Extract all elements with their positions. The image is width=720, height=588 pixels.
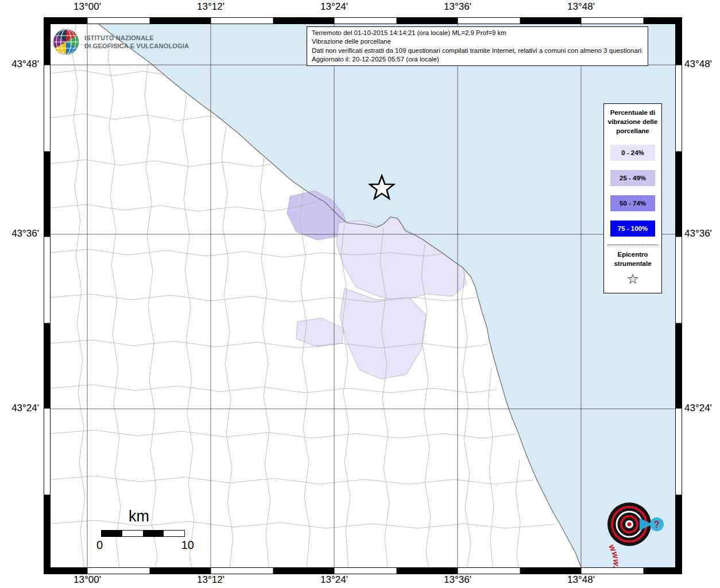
- axis-label-bottom: 13°24': [320, 574, 348, 586]
- legend-epicenter-star-icon: ☆: [607, 272, 658, 287]
- axis-label-left: 43°24': [0, 403, 39, 414]
- legend-epicenter-label: Epicentro strumentale: [607, 250, 658, 268]
- watermark-text: www.haisentitoilterremoto.it: [587, 543, 621, 567]
- legend: Percentuale di vibrazione delle porcella…: [603, 103, 662, 293]
- map-frame-right: [675, 17, 682, 574]
- axis-label-bottom: 13°12': [197, 574, 224, 586]
- question-mark: ?: [654, 520, 660, 529]
- ingv-logo: ISTITUTO NAZIONALE DI GEOFISICA E VULCAN…: [53, 29, 189, 55]
- axis-label-bottom: 13°36': [444, 574, 471, 586]
- event-info-box: Terremoto del 01-10-2015 14:14:21 (ora l…: [307, 26, 648, 66]
- scale-bar-segment: [143, 531, 164, 536]
- axis-label-left: 43°36': [0, 228, 39, 239]
- legend-item-0-24: 0 - 24%: [610, 145, 655, 161]
- legend-separator: [607, 245, 658, 245]
- axis-label-left: 43°48': [0, 59, 39, 70]
- axis-label-top: 13°12': [197, 1, 224, 13]
- legend-item-25-49: 25 - 49%: [610, 170, 655, 186]
- scale-bar-start: 0: [96, 539, 103, 552]
- ingv-name: ISTITUTO NAZIONALE DI GEOFISICA E VULCAN…: [84, 34, 189, 51]
- ingv-globe-icon: [53, 29, 79, 55]
- ingv-name-line2: DI GEOFISICA E VULCANOLOGIA: [84, 42, 189, 50]
- scale-bar-segment: [102, 531, 122, 536]
- legend-title: Percentuale di vibrazione delle porcella…: [607, 108, 658, 136]
- scale-bar-segment: [122, 531, 143, 536]
- svg-text:www.haisentitoilterremoto.it: www.haisentitoilterremoto.it: [587, 543, 621, 567]
- axis-label-bottom: 13°00': [73, 574, 101, 586]
- scale-bar-end: 10: [181, 539, 194, 552]
- axis-label-top: 13°36': [444, 1, 471, 13]
- scale-bar-unit: km: [129, 508, 194, 525]
- scale-bar-segment: [164, 531, 184, 536]
- event-data-note: Dati non verificati estratti da 109 ques…: [312, 47, 643, 55]
- axis-label-top: 13°00': [73, 1, 101, 13]
- axis-label-top: 13°24': [320, 1, 348, 13]
- haisentitoilterremoto-logo-icon: ? www.haisentitoilterremoto.it: [587, 482, 672, 567]
- ingv-name-line1: ISTITUTO NAZIONALE: [84, 34, 189, 42]
- event-effect: Vibrazione delle porcellane: [312, 37, 643, 46]
- axis-label-right: 43°48': [684, 59, 712, 70]
- map-frame-bottom: [44, 567, 682, 574]
- axis-label-right: 43°36': [684, 228, 712, 239]
- scale-bar-graphic: [101, 530, 185, 537]
- event-updated-at: Aggiornato il: 20-12-2025 05:57 (ora loc…: [312, 55, 643, 64]
- scale-bar: km 0 10: [96, 508, 194, 552]
- axis-label-top: 13°48': [567, 1, 595, 13]
- axis-label-right: 43°24': [684, 403, 712, 414]
- map-page: 13°00' 13°12' 13°24' 13°36' 13°48' 13°00…: [0, 0, 720, 588]
- axis-label-bottom: 13°48': [567, 574, 595, 586]
- legend-item-75-100: 75 - 100%: [610, 220, 655, 237]
- event-title: Terremoto del 01-10-2015 14:14:21 (ora l…: [312, 29, 643, 37]
- legend-item-50-74: 50 - 74%: [610, 195, 655, 211]
- map-frame-top: [44, 17, 682, 24]
- map-frame-left: [44, 17, 51, 574]
- watermark-logo: ? www.haisentitoilterremoto.it: [587, 482, 672, 567]
